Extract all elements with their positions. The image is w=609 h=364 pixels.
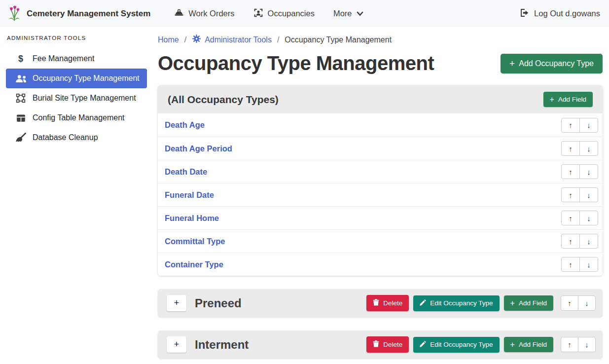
plus-icon: + [510, 300, 515, 306]
gear-icon [192, 34, 201, 45]
trash-icon [373, 299, 379, 307]
move-down-button[interactable]: ↓ [579, 187, 598, 202]
edit-occupancy-type-button[interactable]: Edit Occupancy Type [413, 295, 499, 311]
logout-button[interactable]: Log Out d.gowans [520, 8, 600, 19]
plus-icon: + [509, 60, 515, 67]
sidebar-item-label: Config Table Management [33, 113, 125, 122]
move-up-button[interactable]: ↑ [561, 295, 578, 311]
field-row: Funeral Home ↑ ↓ [158, 206, 603, 229]
reorder-buttons: ↑ ↓ [561, 187, 598, 202]
reorder-buttons: ↑ ↓ [561, 295, 596, 311]
broom-icon [15, 133, 27, 143]
reorder-buttons: ↑ ↓ [561, 141, 598, 156]
vector-square-icon [15, 93, 27, 103]
nav-item-occupancies[interactable]: Occupancies [253, 8, 315, 20]
add-field-button[interactable]: + Add Field [504, 337, 553, 352]
move-down-button[interactable]: ↓ [579, 141, 598, 156]
delete-button[interactable]: Delete [366, 336, 409, 353]
sidebar-item-label: Fee Management [33, 54, 94, 63]
dollar-icon: $ [15, 54, 27, 64]
field-link-death-age-period[interactable]: Death Age Period [165, 144, 232, 153]
all-occupancy-types-card: (All Occupancy Types) + Add Field Death … [158, 85, 603, 276]
move-down-button[interactable]: ↓ [579, 118, 598, 133]
add-field-label: Add Field [519, 299, 547, 307]
field-link-committal-type[interactable]: Committal Type [165, 237, 225, 246]
edit-occupancy-type-button[interactable]: Edit Occupancy Type [413, 337, 499, 353]
add-occupancy-type-button[interactable]: + Add Occupancy Type [501, 54, 603, 73]
nav-item-more[interactable]: More [333, 9, 363, 18]
move-down-button[interactable]: ↓ [579, 211, 598, 225]
table-icon [15, 114, 27, 122]
expand-button[interactable]: + [167, 336, 186, 353]
move-up-button[interactable]: ↑ [561, 337, 578, 352]
field-row: Death Date ↑ ↓ [158, 160, 603, 183]
section-title: Interment [195, 338, 249, 352]
nav-item-label: Occupancies [268, 9, 315, 18]
move-up-button[interactable]: ↑ [561, 211, 580, 225]
move-up-button[interactable]: ↑ [561, 187, 580, 202]
reorder-buttons: ↑ ↓ [561, 211, 598, 225]
field-link-funeral-home[interactable]: Funeral Home [165, 214, 219, 223]
field-row: Death Age ↑ ↓ [158, 113, 603, 137]
field-link-death-date[interactable]: Death Date [165, 167, 207, 177]
app-window: Cemetery Management System Work Orders [0, 0, 609, 364]
occupancy-frame-icon [253, 8, 263, 20]
move-up-button[interactable]: ↑ [561, 118, 580, 133]
plus-icon: + [550, 97, 554, 103]
sidebar-heading: ADMINISTRATOR TOOLS [0, 30, 153, 49]
nav-item-work-orders[interactable]: Work Orders [174, 8, 234, 19]
edit-occupancy-type-label: Edit Occupancy Type [430, 341, 493, 348]
chevron-down-icon [357, 9, 363, 18]
edit-occupancy-type-label: Edit Occupancy Type [430, 299, 493, 307]
move-down-button[interactable]: ↓ [578, 337, 596, 352]
field-link-container-type[interactable]: Container Type [165, 260, 223, 269]
move-down-button[interactable]: ↓ [579, 164, 598, 179]
field-row: Funeral Date ↑ ↓ [158, 183, 603, 206]
field-row: Death Age Period ↑ ↓ [158, 137, 603, 160]
move-up-button[interactable]: ↑ [561, 164, 580, 179]
breadcrumb-admin-tools-link[interactable]: Administrator Tools [192, 34, 272, 45]
card-title: (All Occupancy Types) [168, 94, 279, 106]
add-field-button[interactable]: + Add Field [543, 92, 593, 107]
delete-button[interactable]: Delete [366, 295, 409, 311]
main-content: Home / [158, 27, 603, 364]
sidebar-item-database-cleanup[interactable]: Database Cleanup [6, 128, 147, 147]
move-down-button[interactable]: ↓ [579, 234, 598, 249]
delete-label: Delete [383, 299, 402, 307]
field-row: Committal Type ↑ ↓ [158, 229, 603, 253]
logout-label: Log Out d.gowans [534, 9, 600, 18]
nav-item-label: More [333, 9, 352, 18]
add-field-button[interactable]: + Add Field [504, 295, 553, 311]
sidebar-item-burial-site-type-management[interactable]: Burial Site Type Management [6, 88, 147, 108]
move-up-button[interactable]: ↑ [561, 257, 580, 272]
sidebar-item-config-table-management[interactable]: Config Table Management [6, 108, 147, 128]
move-up-button[interactable]: ↑ [561, 234, 580, 249]
add-occupancy-type-label: Add Occupancy Type [519, 59, 594, 68]
delete-label: Delete [383, 341, 402, 348]
page-title: Occupancy Type Management [158, 52, 434, 74]
sidebar-item-occupancy-type-management[interactable]: Occupancy Type Management [6, 69, 147, 88]
field-link-funeral-date[interactable]: Funeral Date [165, 190, 214, 200]
reorder-buttons: ↑ ↓ [561, 257, 598, 272]
reorder-buttons: ↑ ↓ [561, 118, 598, 133]
reorder-buttons: ↑ ↓ [561, 234, 598, 249]
breadcrumb-separator: / [277, 36, 279, 44]
field-row: Container Type ↑ ↓ [158, 253, 603, 276]
expand-button[interactable]: + [167, 295, 186, 311]
section-title: Preneed [195, 296, 242, 310]
breadcrumb-current: Occupancy Type Management [285, 36, 392, 44]
breadcrumb-home-link[interactable]: Home [158, 36, 179, 44]
section-actions: Delete Edit Occupancy Type + Add Field [366, 295, 596, 311]
move-up-button[interactable]: ↑ [561, 141, 580, 156]
section-interment: + Interment Delete [158, 330, 603, 359]
pencil-icon [420, 299, 426, 307]
add-field-label: Add Field [558, 96, 586, 103]
move-down-button[interactable]: ↓ [579, 257, 598, 272]
move-down-button[interactable]: ↓ [578, 295, 596, 311]
users-icon [15, 74, 27, 83]
reorder-buttons: ↑ ↓ [561, 337, 596, 352]
sidebar-item-fee-management[interactable]: $ Fee Management [6, 49, 147, 69]
brand[interactable]: Cemetery Management System [7, 4, 150, 24]
top-navbar: Cemetery Management System Work Orders [0, 0, 609, 27]
field-link-death-age[interactable]: Death Age [165, 120, 205, 130]
